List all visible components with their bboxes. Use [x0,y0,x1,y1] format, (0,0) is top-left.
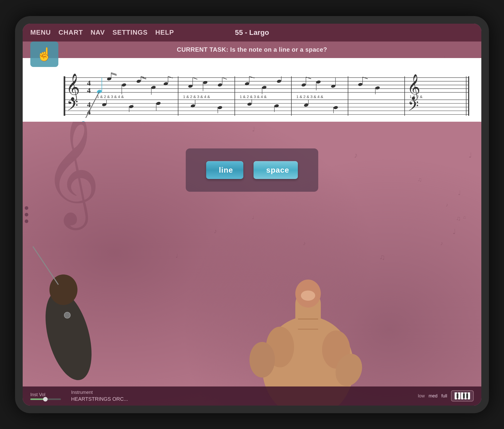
svg-point-41 [156,101,161,105]
task-text: CURRENT TASK: Is the note on a line or a… [177,46,327,53]
svg-point-25 [122,83,127,87]
svg-point-82 [358,82,363,86]
conductor-area [23,208,176,386]
svg-text:𝄢: 𝄢 [408,98,419,117]
inst-vol-control: Inst Vol [30,392,61,400]
instrument-label: Instrument [71,390,93,395]
svg-text:1 & 2 & 3 & 4 &: 1 & 2 & 3 & 4 & [240,94,267,99]
sidebar-dot [25,219,28,223]
sheet-music-svg: 𝄞 𝄢 4 4 4 4 [33,62,471,118]
svg-point-27 [136,79,141,83]
nav-items: MENU CHART NAV SETTINGS HELP [30,29,174,36]
svg-point-109 [301,290,315,301]
slider-fill [30,398,44,400]
settings-button[interactable]: SETTINGS [113,29,148,36]
svg-point-64 [247,102,252,106]
svg-text:1 & 2 & 3 & 4 &: 1 & 2 & 3 & 4 & [97,94,124,99]
svg-line-51 [222,77,227,79]
line-answer-button[interactable]: line [206,161,243,179]
svg-line-71 [306,77,311,79]
svg-text:1 & 2 & 3 & 4 &: 1 & 2 & 3 & 4 & [183,94,210,99]
inst-vol-slider-container [30,398,61,400]
svg-point-105 [249,342,275,378]
svg-line-84 [363,77,368,79]
answer-panel: line space [186,148,318,192]
piano-key-black [457,394,458,398]
pointing-hand [211,240,390,406]
svg-point-18 [97,89,102,94]
svg-point-69 [301,83,306,87]
svg-point-85 [375,86,380,90]
svg-point-49 [217,83,222,87]
piano-key-black [466,394,468,398]
tablet-screen: 𝄞 ♪ ♩ ♫ ♪ ♩ ♪ ♫ ♩ ♪ ♩ ♪ ♫ ♩ ♪ ♫ ♩ ♪ ♫ ♩ … [23,24,481,406]
sidebar-dots [25,206,28,223]
svg-text:1 & 2 & 3 & 4 &: 1 & 2 & 3 & 4 & [296,94,323,99]
svg-point-76 [304,103,309,107]
sidebar-dot [25,206,28,210]
touch-icon: ☝ [36,47,52,62]
inst-vol-label: Inst Vol [30,392,45,397]
svg-line-46 [193,77,197,79]
instrument-control: Instrument HEARTSTRINGS ORC... [71,390,128,402]
instrument-name[interactable]: HEARTSTRINGS ORC... [71,396,128,402]
space-answer-button[interactable]: space [254,161,298,179]
sidebar-dot [25,213,28,216]
slider-thumb [43,397,48,402]
page-title: 55 - Largo [235,29,269,37]
task-banner: CURRENT TASK: Is the note on a line or a… [23,41,481,58]
conductor-illustration [23,234,120,386]
hand-pointing-area [198,227,377,406]
keyboard-icon-inner [455,392,470,399]
svg-point-72 [316,80,321,84]
svg-point-62 [276,79,282,83]
piano-key-black [463,394,465,398]
vol-full-button[interactable]: full [441,393,447,399]
menu-button[interactable]: MENU [30,29,51,36]
chart-button[interactable]: CHART [59,29,83,36]
svg-text:4: 4 [87,86,91,94]
bottom-bar: Inst Vol Instrument HEARTSTRINGS ORC... … [23,386,481,406]
tablet-frame: 𝄞 ♪ ♩ ♫ ♪ ♩ ♪ ♫ ♩ ♪ ♩ ♪ ♫ ♩ ♪ ♫ ♩ ♪ ♫ ♩ … [15,16,489,413]
help-button[interactable]: HELP [155,29,174,36]
nav-button[interactable]: NAV [91,29,105,36]
svg-line-98 [33,246,58,285]
keyboard-button[interactable] [451,390,474,402]
svg-line-59 [249,76,254,78]
svg-point-97 [49,274,77,305]
sheet-music-area: 𝄞 𝄢 4 4 4 4 [23,58,481,122]
svg-text:♩: ♩ [132,103,134,107]
inst-vol-slider[interactable] [30,398,61,400]
vol-low-button[interactable]: low [418,393,425,399]
svg-point-99 [64,312,70,318]
note-highlight-marker [81,121,86,122]
volume-controls: low med full [418,390,474,402]
svg-line-35 [168,76,173,78]
svg-point-54 [217,105,222,109]
touch-icon-button[interactable]: ☝ [30,41,58,67]
svg-text:4: 4 [87,79,91,87]
svg-text:1 & 2 &: 1 & 2 & [409,94,422,99]
top-nav: MENU CHART NAV SETTINGS HELP 55 - Largo [23,24,481,41]
svg-point-78 [333,105,338,109]
vol-med-button[interactable]: med [429,393,437,399]
svg-text:4: 4 [87,100,91,108]
svg-text:𝄢: 𝄢 [67,97,78,117]
